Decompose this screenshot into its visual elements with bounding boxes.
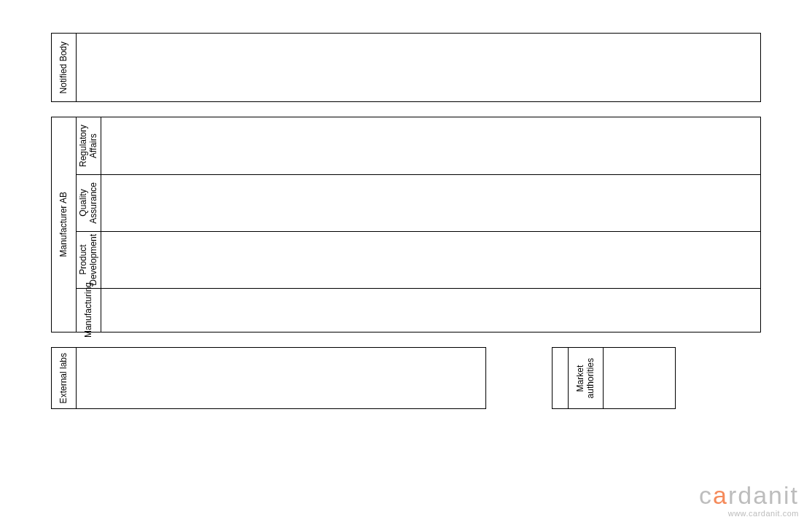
lane-regulatory-affairs: Regulatory Affairs: [77, 117, 760, 174]
lane-label: Product Development: [79, 234, 99, 286]
pool-market-authorities: Market authorities: [552, 347, 676, 409]
lane-body: [101, 175, 760, 231]
lane-header: Regulatory Affairs: [77, 117, 101, 174]
lane-header: Manufacturing: [77, 289, 101, 332]
lane-body: [101, 289, 760, 332]
pool-body-external-labs: [77, 348, 485, 408]
lane-header: Market authorities: [569, 348, 604, 408]
pool-header-external-labs: External labs: [52, 348, 77, 408]
lane-body: [604, 348, 675, 408]
logo-accent: a: [713, 481, 728, 509]
pool-manufacturer: Manufacturer AB Regulatory Affairs Quali…: [51, 117, 761, 332]
watermark-url: www.cardanit.com: [699, 509, 799, 518]
lane-label: Market authorities: [576, 358, 596, 398]
lane-market-authorities: Market authorities: [569, 348, 675, 408]
swimlane-diagram: Notified Body Manufacturer AB Regulatory…: [51, 33, 761, 409]
lane-quality-assurance: Quality Assurance: [77, 174, 760, 231]
pool-label: Manufacturer AB: [59, 192, 69, 257]
lane-header: Product Development: [77, 232, 101, 288]
watermark-logo: cardanit: [699, 483, 799, 508]
lane-label: Quality Assurance: [79, 182, 99, 224]
watermark: cardanit www.cardanit.com: [699, 483, 799, 518]
lane-label: Manufacturing: [84, 282, 94, 338]
lane-header: Quality Assurance: [77, 175, 101, 231]
lane-manufacturing: Manufacturing: [77, 288, 760, 332]
pool-external-labs: External labs: [51, 347, 486, 409]
lane-label: Regulatory Affairs: [79, 125, 99, 167]
pool-notified-body: Notified Body: [51, 33, 761, 102]
pool-header-manufacturer: Manufacturer AB: [52, 117, 77, 332]
logo-pre: c: [699, 481, 713, 509]
pool-header-market-authorities: [553, 348, 569, 408]
logo-post: rdanit: [728, 481, 799, 509]
pool-header-notified-body: Notified Body: [52, 34, 77, 101]
pool-body-manufacturer: Regulatory Affairs Quality Assurance Pro…: [77, 117, 760, 332]
pool-body-market-authorities: Market authorities: [569, 348, 675, 408]
pool-body-notified-body: [77, 34, 760, 101]
lane-body: [101, 232, 760, 288]
bottom-row: External labs Market authorities: [51, 347, 761, 409]
pool-label: External labs: [59, 353, 69, 403]
lane-product-development: Product Development: [77, 231, 760, 288]
lane-body: [101, 117, 760, 174]
pool-label: Notified Body: [59, 42, 69, 93]
